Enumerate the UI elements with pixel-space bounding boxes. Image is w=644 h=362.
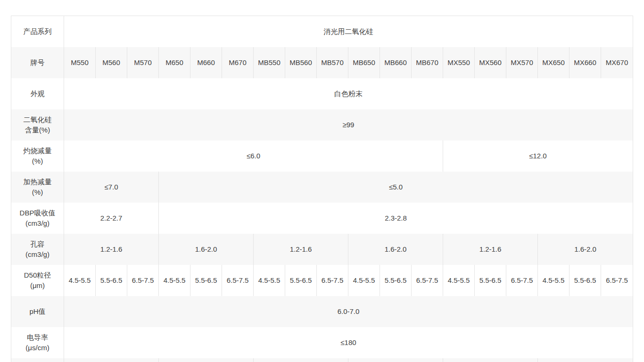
value-cell: ≤6.0: [64, 140, 443, 172]
row-ph-value: pH值 6.0-7.0: [11, 296, 633, 327]
row-partial-bottom: [11, 358, 633, 362]
value-cell: 4.5-5.5: [443, 265, 475, 296]
value-cell: 2.2-2.7: [64, 203, 159, 234]
grade-cell: M570: [127, 47, 159, 78]
row-conductivity: 电导率 (μs/cm) ≤180: [11, 327, 633, 358]
row-label: pH值: [11, 296, 64, 327]
value-cell: ≤5.0: [159, 172, 633, 203]
value-cell: 5.5-6.5: [570, 265, 601, 296]
row-label: 灼烧减量 (%): [11, 140, 64, 172]
row-loss-on-ignition: 灼烧减量 (%) ≤6.0 ≤12.0: [11, 140, 633, 172]
value-cell: [348, 358, 443, 362]
value-cell: 4.5-5.5: [64, 265, 96, 296]
grade-cell: MX560: [475, 47, 506, 78]
row-dbp-absorption: DBP吸收值 (cm3/g) 2.2-2.7 2.3-2.8: [11, 203, 633, 234]
value-cell: [64, 358, 159, 362]
value-cell: [254, 358, 348, 362]
value-cell: 6.5-7.5: [506, 265, 538, 296]
value-cell: 4.5-5.5: [348, 265, 380, 296]
value-cell: ≤7.0: [64, 172, 159, 203]
value-cell: 1.6-2.0: [159, 234, 254, 265]
grade-cell: MB560: [285, 47, 317, 78]
row-label: D50粒径 (μm): [11, 265, 64, 296]
row-label: 产品系列: [11, 16, 64, 47]
value-cell: 1.6-2.0: [538, 234, 633, 265]
value-cell: 6.5-7.5: [412, 265, 443, 296]
grade-cell: M550: [64, 47, 96, 78]
row-label: [11, 358, 64, 362]
grade-cell: MB650: [348, 47, 380, 78]
grade-cell: MX650: [538, 47, 570, 78]
value-cell: 1.6-2.0: [348, 234, 443, 265]
row-sio2-content: 二氧化硅 含量(%) ≥99: [11, 109, 633, 140]
value-cell: 4.5-5.5: [159, 265, 190, 296]
value-cell: [443, 358, 538, 362]
value-cell: 6.5-7.5: [222, 265, 254, 296]
row-label: 加热减量 (%): [11, 172, 64, 203]
value-cell: 5.5-6.5: [285, 265, 317, 296]
value-cell: 5.5-6.5: [475, 265, 506, 296]
row-d50-particle-size: D50粒径 (μm) 4.5-5.5 5.5-6.5 6.5-7.5 4.5-5…: [11, 265, 633, 296]
row-label: 电导率 (μs/cm): [11, 327, 64, 358]
value-cell: ≥99: [64, 109, 633, 140]
value-cell: 6.0-7.0: [64, 296, 633, 327]
product-spec-table: 产品系列 消光用二氧化硅 牌号 M550 M560 M570 M650 M660…: [11, 16, 633, 362]
value-cell: 2.3-2.8: [159, 203, 633, 234]
row-label: 二氧化硅 含量(%): [11, 109, 64, 140]
value-cell: [159, 358, 254, 362]
row-product-series: 产品系列 消光用二氧化硅: [11, 16, 633, 47]
grade-cell: MB670: [412, 47, 443, 78]
row-loss-on-heating: 加热减量 (%) ≤7.0 ≤5.0: [11, 172, 633, 203]
value-cell: 6.5-7.5: [127, 265, 159, 296]
grade-cell: MX570: [506, 47, 538, 78]
grade-cell: MB570: [317, 47, 348, 78]
value-cell: 1.2-1.6: [443, 234, 538, 265]
row-appearance: 外观 白色粉末: [11, 78, 633, 109]
value-cell: ≤180: [64, 327, 633, 358]
grade-cell: MX550: [443, 47, 475, 78]
value-cell: [538, 358, 633, 362]
row-label: 外观: [11, 78, 64, 109]
value-cell: 1.2-1.6: [254, 234, 348, 265]
row-grade: 牌号 M550 M560 M570 M650 M660 M670 MB550 M…: [11, 47, 633, 78]
grade-cell: M660: [190, 47, 222, 78]
value-cell: 6.5-7.5: [601, 265, 633, 296]
value-cell: 1.2-1.6: [64, 234, 159, 265]
value-cell: 5.5-6.5: [190, 265, 222, 296]
value-cell: 5.5-6.5: [96, 265, 127, 296]
grade-cell: MX660: [570, 47, 601, 78]
grade-cell: M670: [222, 47, 254, 78]
product-spec-table-container: 产品系列 消光用二氧化硅 牌号 M550 M560 M570 M650 M660…: [11, 16, 633, 362]
value-cell: 白色粉末: [64, 78, 633, 109]
grade-cell: M560: [96, 47, 127, 78]
grade-cell: MB660: [380, 47, 412, 78]
grade-cell: MB550: [254, 47, 285, 78]
row-label: 牌号: [11, 47, 64, 78]
value-cell: 4.5-5.5: [538, 265, 570, 296]
row-label: 孔容 (cm3/g): [11, 234, 64, 265]
value-cell: 6.5-7.5: [317, 265, 348, 296]
row-pore-volume: 孔容 (cm3/g) 1.2-1.6 1.6-2.0 1.2-1.6 1.6-2…: [11, 234, 633, 265]
value-cell: 消光用二氧化硅: [64, 16, 633, 47]
row-label: DBP吸收值 (cm3/g): [11, 203, 64, 234]
grade-cell: M650: [159, 47, 190, 78]
value-cell: 5.5-6.5: [380, 265, 412, 296]
grade-cell: MX670: [601, 47, 633, 78]
value-cell: 4.5-5.5: [254, 265, 285, 296]
value-cell: ≤12.0: [443, 140, 633, 172]
